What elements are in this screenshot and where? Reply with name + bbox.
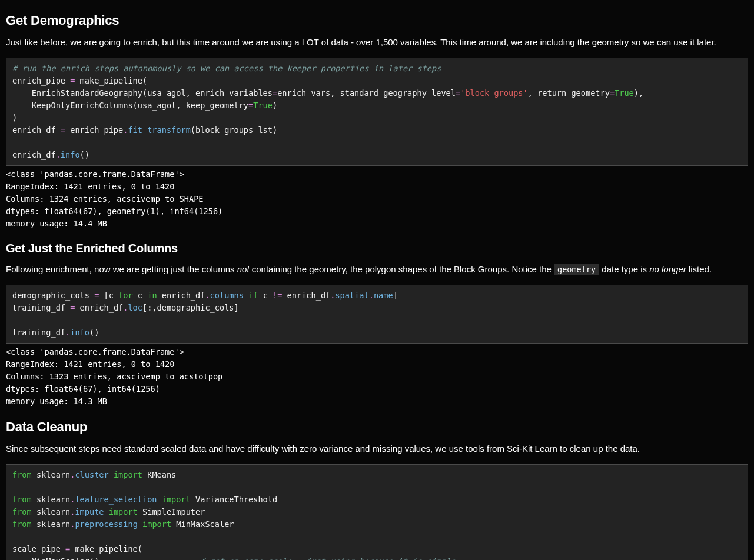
output-training: <class 'pandas.core.frame.DataFrame'> Ra…	[6, 344, 748, 411]
heading-data-cleanup: Data Cleanup	[6, 417, 748, 436]
code-cell-enrich: # run the enrich steps autonomously so w…	[6, 58, 748, 166]
heading-get-demographics: Get Demographics	[6, 11, 748, 30]
prose-cleanup: Since subsequent steps need standard sca…	[6, 442, 748, 456]
code-cell-training: demographic_cols = [c for c in enrich_df…	[6, 285, 748, 344]
heading-enriched-columns: Get Just the Enriched Columns	[6, 239, 748, 257]
code-comment: # run the enrich steps autonomously so w…	[12, 64, 441, 73]
prose-demographics: Just like before, we are going to enrich…	[6, 36, 748, 49]
output-enrich: <class 'pandas.core.frame.DataFrame'> Ra…	[6, 166, 748, 234]
prose-enriched-columns: Following enrichment, now we are getting…	[6, 263, 748, 276]
inline-code-geometry: geometry	[554, 264, 599, 275]
code-cell-scale: from sklearn.cluster import KMeans from …	[6, 464, 748, 560]
